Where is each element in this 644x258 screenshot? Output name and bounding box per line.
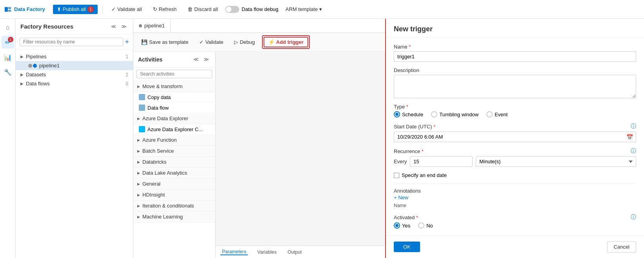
- ok-button[interactable]: OK: [394, 242, 420, 252]
- upload-icon: ⬆: [57, 6, 61, 12]
- act-group-header-ml[interactable]: ▶ Machine Learning: [133, 211, 215, 222]
- top-bar: Data Factory ⬆ Publish all 1 ✓ Validate …: [0, 0, 644, 19]
- trigger-title: New trigger: [394, 25, 433, 33]
- dla-group-label: Data Lake Analytics: [142, 170, 187, 176]
- output-tab[interactable]: Output: [286, 249, 303, 255]
- pipelines-label: Pipelines: [26, 54, 47, 60]
- tumbling-radio[interactable]: Tumbling window: [431, 111, 478, 117]
- factory-panel-header: Factory Resources ≪ ≫: [16, 19, 133, 34]
- save-as-template-button[interactable]: 💾 Save as template: [137, 38, 192, 47]
- pipeline-toolbar: 💾 Save as template ✓ Validate ▷ Debug ⚡ …: [133, 33, 385, 52]
- type-field-group: Type * Schedule Tumbling window Event: [394, 104, 636, 117]
- general-group-label: General: [142, 181, 160, 187]
- batch-group-label: Batch Service: [142, 148, 174, 154]
- recurrence-info-icon[interactable]: ⓘ: [631, 148, 636, 155]
- pipeline-icon: [28, 64, 37, 68]
- validate-all-button[interactable]: ✓ Validate all: [107, 5, 146, 14]
- datasets-item[interactable]: ▶ Datasets 2: [16, 70, 133, 79]
- act-group-header-general[interactable]: ▶ General: [133, 179, 215, 189]
- validate-button[interactable]: ✓ Validate: [195, 38, 227, 47]
- cancel-button[interactable]: Cancel: [607, 241, 636, 253]
- act-ade-command[interactable]: Azure Data Explorer C...: [133, 124, 215, 135]
- variables-tab[interactable]: Variables: [256, 249, 278, 255]
- recurrence-value-input[interactable]: [410, 156, 473, 167]
- pipeline1-item[interactable]: pipeline1: [16, 61, 133, 70]
- toolbox-icon[interactable]: 🔧: [2, 66, 14, 78]
- datasets-caret: ▶: [20, 72, 24, 77]
- dataflows-item[interactable]: ▶ Data flows 0: [16, 79, 133, 88]
- add-trigger-button[interactable]: ⚡ Add trigger: [264, 37, 308, 47]
- refresh-button[interactable]: ↻ Refresh: [149, 5, 181, 14]
- ade-group-label: Azure Data Explorer: [142, 115, 188, 121]
- act-group-header-move[interactable]: ▶ Move & transform: [133, 81, 215, 92]
- activities-expand-btn[interactable]: ≫: [202, 56, 211, 63]
- activated-yes-radio[interactable]: Yes: [394, 222, 410, 229]
- dataflows-caret: ▶: [20, 81, 24, 86]
- act-group-func: ▶ Azure Function: [133, 135, 215, 146]
- end-date-checkbox[interactable]: [394, 173, 399, 178]
- act-ade-label: Azure Data Explorer C...: [147, 126, 203, 132]
- pipelines-count: 1: [126, 54, 128, 60]
- new-annotation-button[interactable]: + New: [394, 194, 408, 201]
- act-group-header-dla[interactable]: ▶ Data Lake Analytics: [133, 168, 215, 179]
- expand-button[interactable]: ≫: [120, 23, 128, 30]
- ml-caret-icon: ▶: [137, 215, 140, 219]
- factory-icon[interactable]: ✏ 1: [2, 36, 14, 49]
- activated-no-radio[interactable]: No: [418, 222, 433, 229]
- act-group-header-databricks[interactable]: ▶ Databricks: [133, 157, 215, 168]
- name-input[interactable]: [394, 51, 636, 62]
- pipeline-area: pipeline1 💾 Save as template ✓ Validate …: [133, 19, 385, 258]
- type-radio-group: Schedule Tumbling window Event: [394, 111, 636, 117]
- act-copy-data[interactable]: Copy data: [133, 92, 215, 103]
- start-date-label-row: Start Date (UTC) * ⓘ: [394, 123, 636, 130]
- home-icon[interactable]: ⌂: [2, 21, 14, 34]
- activated-info-icon[interactable]: ⓘ: [631, 214, 636, 221]
- save-icon: 💾: [141, 39, 147, 45]
- debug-button[interactable]: ▷ Debug: [230, 38, 258, 47]
- act-group-header-batch[interactable]: ▶ Batch Service: [133, 146, 215, 157]
- databricks-group-label: Databricks: [142, 159, 166, 165]
- act-group-header-func[interactable]: ▶ Azure Function: [133, 135, 215, 146]
- discard-button[interactable]: 🗑 Discard all: [184, 5, 222, 14]
- act-data-flow[interactable]: Data flow: [133, 103, 215, 113]
- pipeline-tab[interactable]: pipeline1: [133, 19, 171, 32]
- end-date-label: Specify an end date: [402, 172, 447, 178]
- canvas-bottom-tabs: Parameters Variables Output: [216, 245, 385, 258]
- act-group-header-ade[interactable]: ▶ Azure Data Explorer: [133, 113, 215, 124]
- start-date-info-icon[interactable]: ⓘ: [631, 123, 636, 130]
- rail-badge: 1: [8, 37, 13, 42]
- monitor-icon[interactable]: 📊: [2, 51, 14, 63]
- start-date-input[interactable]: [394, 132, 636, 142]
- act-data-flow-label: Data flow: [147, 105, 169, 111]
- event-radio[interactable]: Event: [486, 111, 508, 117]
- add-resource-button[interactable]: +: [125, 38, 129, 46]
- trigger-footer: OK Cancel: [386, 235, 644, 258]
- start-date-label: Start Date (UTC) *: [394, 124, 435, 130]
- refresh-icon: ↻: [153, 6, 157, 12]
- activities-panel: Activities ≪ ≫ ▶ Move & transform: [133, 52, 216, 258]
- dataflow-debug-toggle[interactable]: Data flow debug: [225, 6, 278, 13]
- schedule-radio[interactable]: Schedule: [394, 111, 423, 117]
- date-input-wrap: 📅: [394, 132, 636, 142]
- activated-label: Activated *: [394, 215, 418, 220]
- recurrence-unit-select[interactable]: Minute(s) Hour(s) Day(s) Week(s) Month(s…: [476, 156, 636, 167]
- activated-field-group: Activated * ⓘ Yes No: [394, 214, 636, 229]
- act-group-ade: ▶ Azure Data Explorer Azure Data Explore…: [133, 113, 215, 135]
- name-required: *: [409, 44, 411, 50]
- iteration-caret-icon: ▶: [137, 204, 140, 208]
- recurrence-field-group: Recurrence * ⓘ Every Minute(s) Hour(s) D…: [394, 148, 636, 167]
- act-group-header-hdi[interactable]: ▶ HDInsight: [133, 189, 215, 200]
- publish-button[interactable]: ⬆ Publish all 1: [53, 5, 98, 14]
- search-input[interactable]: [20, 38, 123, 46]
- tumbling-label: Tumbling window: [439, 112, 478, 117]
- pipelines-item[interactable]: ▶ Pipelines 1: [16, 52, 133, 61]
- activity-search-input[interactable]: [136, 70, 212, 78]
- collapse-button[interactable]: ≪: [109, 23, 118, 30]
- description-textarea[interactable]: [394, 75, 636, 98]
- arm-template-button[interactable]: ARM template ▾: [282, 5, 326, 14]
- act-group-header-iteration[interactable]: ▶ Iteration & conditionals: [133, 200, 215, 211]
- end-date-checkbox-row[interactable]: Specify an end date: [394, 172, 636, 178]
- debug-icon: ▷: [234, 39, 238, 45]
- parameters-tab[interactable]: Parameters: [220, 249, 248, 255]
- activities-collapse-btn[interactable]: ≪: [192, 56, 200, 63]
